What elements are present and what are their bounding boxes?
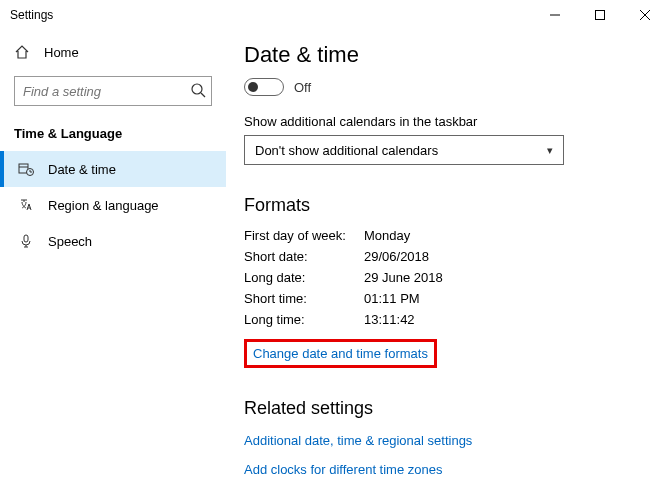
format-key: Short time: [244, 291, 364, 306]
svg-line-5 [201, 93, 205, 97]
dropdown-value: Don't show additional calendars [255, 143, 438, 158]
svg-rect-1 [595, 11, 604, 20]
format-row: Long time:13:11:42 [244, 312, 643, 327]
format-value: 01:11 PM [364, 291, 420, 306]
sidebar-home[interactable]: Home [0, 38, 226, 66]
sidebar: Home Time & Language Date & time Region … [0, 30, 226, 500]
sidebar-home-label: Home [44, 45, 79, 60]
format-row: First day of week:Monday [244, 228, 643, 243]
window-controls [532, 0, 667, 30]
minimize-button[interactable] [532, 0, 577, 30]
toggle-knob [248, 82, 258, 92]
format-row: Short time:01:11 PM [244, 291, 643, 306]
calendar-clock-icon [18, 161, 34, 177]
sidebar-item-region-language[interactable]: Region & language [0, 187, 226, 223]
format-key: Short date: [244, 249, 364, 264]
format-key: First day of week: [244, 228, 364, 243]
formats-heading: Formats [244, 195, 643, 216]
microphone-icon [18, 233, 34, 249]
change-formats-link[interactable]: Change date and time formats [253, 346, 428, 361]
close-icon [640, 10, 650, 20]
language-icon [18, 197, 34, 213]
sidebar-item-label: Date & time [48, 162, 116, 177]
related-link-clocks[interactable]: Add clocks for different time zones [244, 462, 442, 477]
related-link-additional[interactable]: Additional date, time & regional setting… [244, 433, 472, 448]
format-key: Long date: [244, 270, 364, 285]
sidebar-item-label: Region & language [48, 198, 159, 213]
format-row: Long date:29 June 2018 [244, 270, 643, 285]
format-value: 29/06/2018 [364, 249, 429, 264]
close-button[interactable] [622, 0, 667, 30]
format-value: 13:11:42 [364, 312, 415, 327]
toggle-label: Off [294, 80, 311, 95]
format-key: Long time: [244, 312, 364, 327]
svg-rect-11 [24, 235, 28, 242]
additional-calendars-label: Show additional calendars in the taskbar [244, 114, 643, 129]
sidebar-item-speech[interactable]: Speech [0, 223, 226, 259]
format-value: 29 June 2018 [364, 270, 443, 285]
svg-point-4 [192, 84, 202, 94]
maximize-button[interactable] [577, 0, 622, 30]
minimize-icon [550, 10, 560, 20]
search-input[interactable] [14, 76, 212, 106]
page-title: Date & time [244, 42, 643, 68]
window-title: Settings [10, 8, 53, 22]
format-row: Short date:29/06/2018 [244, 249, 643, 264]
related-heading: Related settings [244, 398, 643, 419]
sidebar-section-header: Time & Language [0, 118, 226, 151]
chevron-down-icon: ▾ [547, 144, 553, 157]
titlebar: Settings [0, 0, 667, 30]
sidebar-item-date-time[interactable]: Date & time [0, 151, 226, 187]
additional-calendars-dropdown[interactable]: Don't show additional calendars ▾ [244, 135, 564, 165]
search-icon[interactable] [190, 82, 206, 98]
sync-toggle[interactable] [244, 78, 284, 96]
maximize-icon [595, 10, 605, 20]
format-value: Monday [364, 228, 410, 243]
sidebar-item-label: Speech [48, 234, 92, 249]
main-panel: Date & time Off Show additional calendar… [226, 30, 667, 500]
highlight-annotation: Change date and time formats [244, 339, 437, 368]
home-icon [14, 44, 30, 60]
